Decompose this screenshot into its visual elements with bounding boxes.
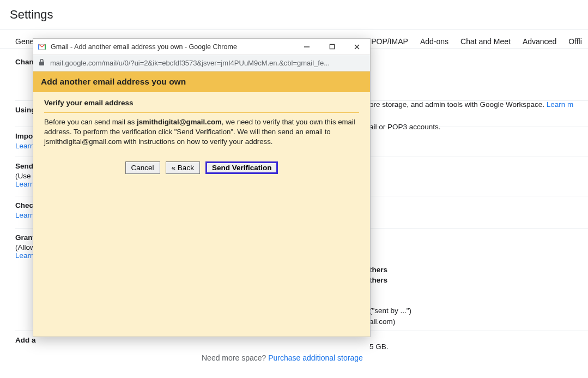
cancel-button[interactable]: Cancel <box>125 161 160 174</box>
send-verification-button[interactable]: Send Verification <box>205 161 278 174</box>
close-button[interactable] <box>349 41 365 53</box>
button-row: Cancel « Back Send Verification <box>44 161 359 174</box>
bg-fragment-others2: thers <box>369 276 387 284</box>
bg-fragment-mailcom: ail.com) <box>369 317 395 326</box>
verify-email-bold: jsmithdigital@gmail.com <box>137 118 222 126</box>
popup-header-band: Add another email address you own <box>33 71 370 92</box>
popup-heading: Add another email address you own <box>41 77 362 87</box>
svg-rect-1 <box>330 44 334 49</box>
learn-more-link[interactable]: Learn m <box>547 100 574 109</box>
window-title: Gmail - Add another email address you ow… <box>51 43 237 51</box>
url-text: mail.google.com/mail/u/0/?ui=2&ik=ebcfdf… <box>50 59 330 67</box>
verify-text: Before you can send mail as jsmithdigita… <box>44 117 359 147</box>
address-bar[interactable]: mail.google.com/mail/u/0/?ui=2&ik=ebcfdf… <box>33 55 370 71</box>
bg-fragment-workspace: ore storage, and admin tools with Google… <box>369 99 587 110</box>
bg-fragment-sentby: ("sent by ...") <box>369 307 411 315</box>
purchase-storage-link[interactable]: Purchase additional storage <box>268 353 363 362</box>
bg-fragment-gb: 5 GB. <box>369 343 389 351</box>
bg-fragment-others1: thers <box>369 266 387 274</box>
tab-chat-meet[interactable]: Chat and Meet <box>460 37 511 46</box>
tab-addons[interactable]: Add-ons <box>420 37 448 46</box>
bg-text: ore storage, and admin tools with Google… <box>369 100 547 109</box>
divider <box>0 29 588 30</box>
storage-prefix: Need more space? <box>202 353 268 362</box>
window-buttons <box>299 41 367 53</box>
verify-before: Before you can send mail as <box>44 118 137 126</box>
divider <box>44 112 359 113</box>
popup-window: Gmail - Add another email address you ow… <box>33 38 371 337</box>
lock-icon <box>39 59 45 68</box>
popup-body: Add another email address you own Verify… <box>33 71 370 337</box>
section-label: Add a <box>15 336 588 346</box>
minimize-button[interactable] <box>299 41 314 53</box>
gmail-icon <box>38 43 46 51</box>
titlebar: Gmail - Add another email address you ow… <box>33 39 370 55</box>
svg-rect-4 <box>39 62 44 65</box>
back-button[interactable]: « Back <box>166 161 200 174</box>
page-root: Settings General Labels Inbox Accounts a… <box>0 0 588 378</box>
page-title: Settings <box>0 0 588 29</box>
storage-line: Need more space? Purchase additional sto… <box>202 353 363 362</box>
popup-inner: Verify your email address Before you can… <box>33 92 370 174</box>
tab-offline[interactable]: Offli <box>568 37 582 46</box>
verify-title: Verify your email address <box>44 98 359 112</box>
tab-advanced[interactable]: Advanced <box>523 37 556 46</box>
maximize-button[interactable] <box>324 41 340 53</box>
bg-fragment-pop3: ail or POP3 accounts. <box>369 123 441 131</box>
